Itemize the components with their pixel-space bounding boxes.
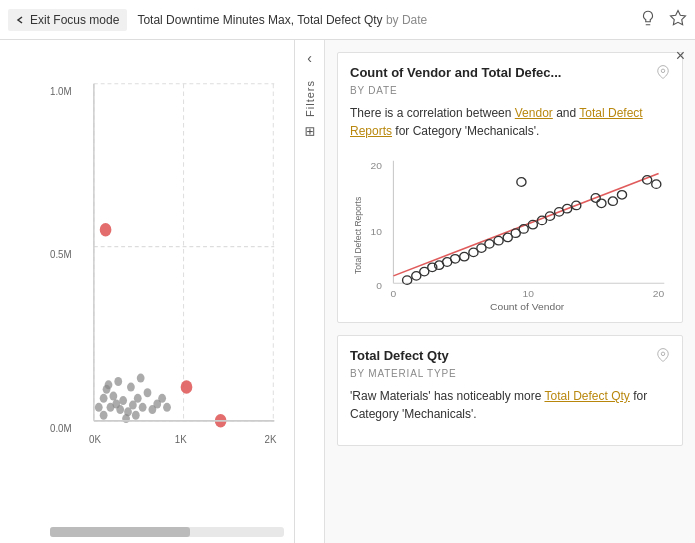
svg-point-35 [137,374,145,383]
card-2-pin-button[interactable] [656,348,670,364]
svg-point-38 [181,380,193,393]
card-1-header: Count of Vendor and Total Defec... [350,65,670,81]
filters-sidebar: ‹ ⊞ Filters [295,40,325,543]
svg-point-37 [100,223,112,236]
svg-text:1K: 1K [175,433,187,446]
left-panel: 1.0M 0.5M 0.0M 0K 1K 2K [0,40,295,543]
card-1-title: Count of Vendor and Total Defec... [350,65,648,80]
total-defect-qty-link: Total Defect Qty [544,389,629,403]
svg-text:20: 20 [371,161,383,172]
right-panel: × Count of Vendor and Total Defec... BY … [325,40,695,543]
title-text: Total Downtime Minutes Max, Total Defect… [137,13,382,27]
svg-point-42 [661,69,665,73]
top-bar-actions [639,9,687,30]
svg-point-34 [127,383,135,392]
card-1-description: There is a correlation between Vendor an… [350,104,670,140]
card-2-subtitle: BY MATERIAL TYPE [350,368,670,379]
svg-marker-0 [671,11,686,25]
svg-text:2K: 2K [265,433,277,446]
filter-icon: ⊞ [302,125,317,137]
card-2-title: Total Defect Qty [350,348,648,363]
svg-text:0: 0 [391,289,397,300]
svg-text:0K: 0K [89,433,101,446]
svg-point-31 [163,403,171,412]
svg-point-24 [139,403,147,412]
close-button[interactable]: × [676,48,685,64]
chevron-left-icon: ‹ [307,50,312,66]
svg-text:20: 20 [653,289,665,300]
svg-point-17 [116,405,124,414]
main-scatter-chart: 1.0M 0.5M 0.0M 0K 1K 2K [50,50,284,477]
svg-text:0: 0 [376,280,382,291]
lightbulb-button[interactable] [639,9,657,30]
svg-point-23 [134,394,142,403]
card-2-header: Total Defect Qty [350,348,670,364]
svg-point-19 [119,396,127,405]
svg-point-79 [617,191,626,200]
insight-card-2: Total Defect Qty BY MATERIAL TYPE 'Raw M… [337,335,683,446]
svg-point-82 [661,352,665,356]
svg-point-22 [100,411,108,420]
svg-text:0.5M: 0.5M [50,247,72,260]
category-text: 'Mechanicals'. [465,124,540,138]
svg-text:10: 10 [371,227,383,238]
vendor-link: Vendor [515,106,553,120]
svg-point-78 [608,197,617,206]
card-2-description: 'Raw Materials' has noticeably more Tota… [350,387,670,423]
svg-text:0.0M: 0.0M [50,421,72,434]
svg-point-75 [517,178,526,187]
svg-text:Count of Vendor: Count of Vendor [490,301,565,310]
card-1-pin-button[interactable] [656,65,670,81]
main-content: 1.0M 0.5M 0.0M 0K 1K 2K [0,40,695,543]
svg-point-36 [95,403,103,412]
svg-point-13 [100,394,108,403]
card-2-desc-start: 'Raw Materials' has noticeably more [350,389,544,403]
svg-point-26 [122,414,130,423]
svg-point-27 [132,411,140,420]
svg-point-65 [494,236,503,245]
svg-point-64 [485,240,494,249]
svg-point-61 [460,252,469,261]
title-suffix: by Date [386,13,427,27]
svg-point-33 [114,377,122,386]
svg-text:Total Defect Reports: Total Defect Reports [353,196,363,274]
svg-point-81 [652,180,661,189]
svg-point-30 [158,394,166,403]
exit-focus-button[interactable]: Exit Focus mode [8,9,127,31]
collapse-filters-button[interactable]: ‹ [305,48,314,68]
mini-scatter-chart: 0 10 20 Total Defect Reports 0 10 20 Cou… [350,150,670,310]
chart-title: Total Downtime Minutes Max, Total Defect… [137,13,639,27]
main-chart-area: 1.0M 0.5M 0.0M 0K 1K 2K [0,40,294,527]
svg-point-32 [105,380,113,389]
filters-label: ⊞ Filters [302,80,317,137]
svg-text:10: 10 [523,289,535,300]
svg-point-77 [597,199,606,208]
insight-card-1: Count of Vendor and Total Defec... BY DA… [337,52,683,323]
top-bar: Exit Focus mode Total Downtime Minutes M… [0,0,695,40]
scrollbar[interactable] [50,527,284,537]
card-1-subtitle: BY DATE [350,85,670,96]
svg-point-18 [109,392,117,401]
svg-text:1.0M: 1.0M [50,84,72,97]
svg-point-25 [144,388,152,397]
svg-point-60 [451,255,460,264]
star-button[interactable] [669,9,687,30]
exit-focus-label: Exit Focus mode [30,13,119,27]
